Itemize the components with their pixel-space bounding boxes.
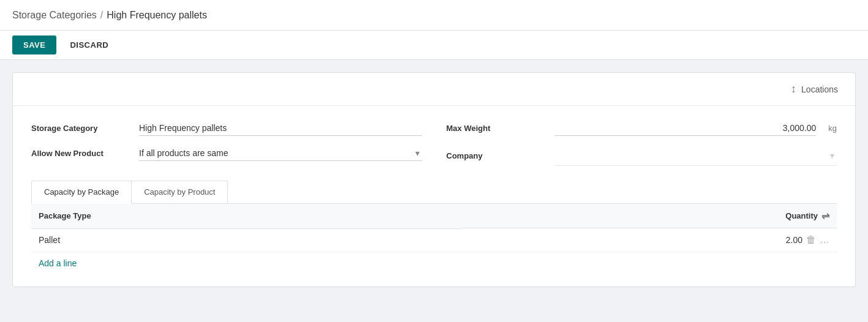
max-weight-row: Max Weight kg [447, 121, 837, 136]
form-card: ↕ Locations Storage Category Allow New P… [12, 72, 856, 287]
col-header-package-type: Package Type [31, 204, 461, 228]
breadcrumb-separator: / [100, 10, 103, 21]
allow-new-product-select[interactable]: If all products are same If same product… [139, 146, 422, 160]
breadcrumb: Storage Categories / High Frequency pall… [12, 10, 207, 21]
capacity-table: Package Type Quantity ⇌ Pallet [31, 204, 837, 252]
company-select[interactable] [554, 148, 837, 163]
cell-package-type: Pallet [31, 228, 461, 252]
more-actions-icon[interactable]: … [820, 234, 829, 245]
locations-label: Locations [801, 84, 838, 94]
form-fields: Storage Category Allow New Product If al… [31, 121, 837, 166]
cell-quantity: 2.00 🗑 … [461, 228, 837, 252]
card-header: ↕ Locations [13, 73, 855, 106]
save-button[interactable]: SAVE [12, 36, 56, 54]
table-container: Package Type Quantity ⇌ Pallet [31, 204, 837, 274]
company-label: Company [447, 151, 545, 160]
tabs: Capacity by Package Capacity by Product [31, 181, 837, 203]
allow-new-product-row: Allow New Product If all products are sa… [31, 146, 422, 161]
card-body: Storage Category Allow New Product If al… [13, 106, 855, 286]
breadcrumb-parent[interactable]: Storage Categories [12, 10, 97, 21]
company-select-wrapper: ▾ [554, 146, 837, 166]
storage-category-label: Storage Category [31, 124, 129, 133]
delete-row-icon[interactable]: 🗑 [806, 234, 816, 245]
table-header-row: Package Type Quantity ⇌ [31, 204, 837, 228]
company-select-arrow-icon: ▾ [830, 151, 834, 160]
col-header-quantity: Quantity ⇌ [461, 204, 837, 228]
locations-icon: ↕ [791, 83, 796, 95]
max-weight-label: Max Weight [447, 124, 545, 133]
action-bar: SAVE DISCARD [0, 31, 868, 60]
max-weight-unit: kg [828, 124, 837, 133]
allow-new-product-select-wrapper: If all products are same If same product… [139, 146, 422, 161]
allow-new-product-label: Allow New Product [31, 149, 129, 158]
form-right-column: Max Weight kg Company ▾ [447, 121, 837, 166]
locations-button[interactable]: ↕ Locations [786, 80, 843, 98]
company-row: Company ▾ [447, 146, 837, 166]
tab-capacity-by-package[interactable]: Capacity by Package [31, 181, 132, 204]
table-row: Pallet 2.00 🗑 … [31, 228, 837, 252]
tab-capacity-by-product[interactable]: Capacity by Product [131, 181, 228, 203]
add-line-button[interactable]: Add a line [31, 252, 84, 274]
breadcrumb-current: High Frequency pallets [107, 10, 207, 21]
discard-button[interactable]: DISCARD [61, 36, 117, 54]
sort-icon: ⇌ [821, 210, 829, 222]
tabs-container: Capacity by Package Capacity by Product [31, 181, 837, 204]
storage-category-row: Storage Category [31, 121, 422, 136]
storage-category-input[interactable] [139, 121, 422, 136]
main-content: ↕ Locations Storage Category Allow New P… [0, 60, 868, 299]
max-weight-input[interactable] [554, 121, 817, 136]
form-left-column: Storage Category Allow New Product If al… [31, 121, 422, 166]
